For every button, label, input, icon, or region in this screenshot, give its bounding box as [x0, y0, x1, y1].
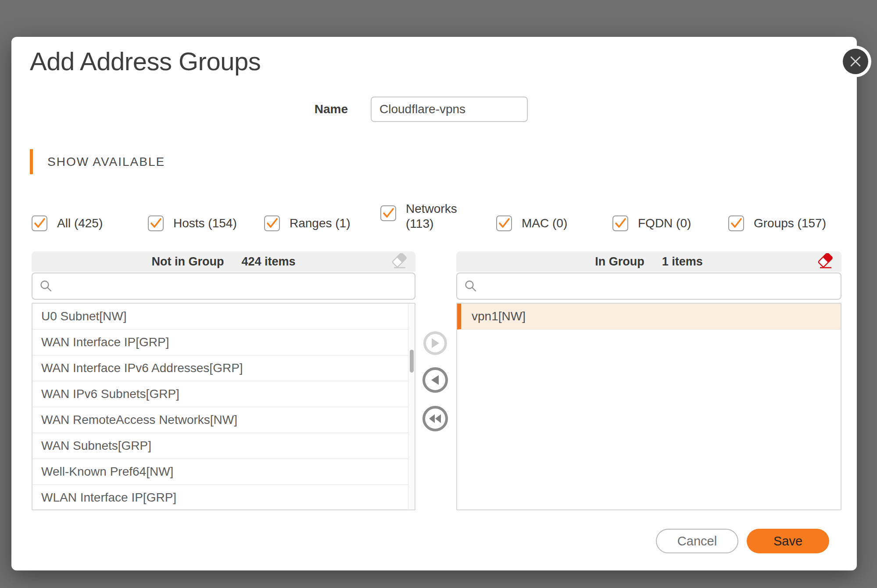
- filter-checkbox-mac[interactable]: MAC (0): [496, 214, 567, 233]
- list-item[interactable]: WAN Subnets[GRP]: [32, 433, 415, 459]
- checkbox[interactable]: [380, 205, 396, 221]
- search-input[interactable]: [483, 279, 834, 294]
- section-label: SHOW AVAILABLE: [47, 155, 165, 169]
- section-accent-bar: [30, 149, 33, 174]
- panel-count: 1 items: [662, 255, 703, 269]
- not-in-group-search[interactable]: [32, 272, 415, 300]
- filter-label: All (425): [57, 216, 103, 231]
- panel-title: Not in Group: [151, 255, 224, 269]
- filter-checkbox-groups[interactable]: Groups (157): [728, 214, 826, 233]
- not-in-group-panel: Not in Group 424 items U0 Subn: [32, 251, 415, 510]
- check-icon: [729, 216, 743, 230]
- check-icon: [149, 216, 163, 230]
- filter-checkbox-networks[interactable]: Networks(113): [380, 198, 457, 230]
- in-group-search[interactable]: [456, 272, 841, 300]
- check-icon: [265, 216, 279, 230]
- clear-group-icon[interactable]: [817, 253, 834, 270]
- name-label: Name: [275, 101, 348, 117]
- panel-count: 424 items: [241, 255, 295, 269]
- filter-label: MAC (0): [522, 216, 567, 231]
- filter-label: Groups (157): [754, 216, 826, 231]
- search-icon: [39, 280, 53, 293]
- show-available-section: SHOW AVAILABLE: [30, 149, 165, 174]
- arrow-left-icon: [431, 375, 440, 385]
- filter-label: Networks(113): [406, 201, 457, 231]
- list-scrollbar[interactable]: [408, 304, 415, 509]
- checkbox[interactable]: [32, 215, 47, 231]
- in-group-header: In Group 1 items: [456, 251, 841, 272]
- move-right-button[interactable]: [423, 331, 447, 355]
- filter-checkbox-all[interactable]: All (425): [32, 214, 103, 233]
- filter-checkbox-fqdn[interactable]: FQDN (0): [612, 214, 691, 233]
- checkbox[interactable]: [612, 215, 628, 231]
- list-item[interactable]: WAN Interface IP[GRP]: [32, 330, 415, 355]
- check-icon: [381, 206, 395, 220]
- filter-label: Ranges (1): [290, 216, 351, 231]
- dimmed-overlay: Add Address Groups Name SHOW AVAILABLE A…: [0, 0, 877, 588]
- check-icon: [613, 216, 627, 230]
- list-item[interactable]: U0 Subnet[NW]: [32, 304, 415, 330]
- list-item[interactable]: WAN Interface IPv6 Addresses[GRP]: [32, 355, 415, 381]
- search-input[interactable]: [58, 279, 408, 294]
- move-left-button[interactable]: [422, 367, 448, 393]
- not-in-group-header: Not in Group 424 items: [32, 251, 415, 272]
- filter-checkbox-ranges[interactable]: Ranges (1): [264, 214, 351, 233]
- move-all-left-button[interactable]: [422, 406, 448, 431]
- filter-label: Hosts (154): [173, 216, 237, 231]
- name-input[interactable]: [371, 97, 528, 122]
- in-group-list: vpn1[NW]: [456, 303, 841, 510]
- in-group-panel: In Group 1 items vpn1[NW]: [456, 251, 841, 510]
- list-item[interactable]: vpn1[NW]: [457, 304, 841, 330]
- dialog-title: Add Address Groups: [30, 47, 261, 76]
- list-item[interactable]: Well-Known Pref64[NW]: [32, 459, 415, 485]
- add-address-groups-dialog: Add Address Groups Name SHOW AVAILABLE A…: [11, 37, 857, 570]
- filter-label: FQDN (0): [638, 216, 691, 231]
- checkbox[interactable]: [496, 215, 512, 231]
- save-button[interactable]: Save: [747, 529, 829, 553]
- panel-title: In Group: [595, 255, 644, 269]
- double-arrow-left-icon: [429, 414, 442, 423]
- clear-selection-icon[interactable]: [391, 253, 408, 270]
- close-button[interactable]: [843, 49, 868, 74]
- close-icon: [850, 56, 861, 67]
- not-in-group-list: U0 Subnet[NW]WAN Interface IP[GRP]WAN In…: [32, 303, 415, 510]
- check-icon: [32, 216, 47, 230]
- cancel-button[interactable]: Cancel: [656, 529, 738, 553]
- list-item[interactable]: WAN RemoteAccess Networks[NW]: [32, 407, 415, 433]
- list-item[interactable]: WLAN Interface IP[GRP]: [32, 485, 415, 510]
- checkbox[interactable]: [148, 215, 164, 231]
- list-item[interactable]: WAN IPv6 Subnets[GRP]: [32, 381, 415, 407]
- checkbox[interactable]: [264, 215, 280, 231]
- check-icon: [497, 216, 511, 230]
- arrow-right-icon: [431, 338, 440, 348]
- scrollbar-thumb[interactable]: [410, 350, 414, 373]
- search-icon: [464, 280, 477, 293]
- checkbox[interactable]: [728, 215, 744, 231]
- filter-checkbox-hosts[interactable]: Hosts (154): [148, 214, 237, 233]
